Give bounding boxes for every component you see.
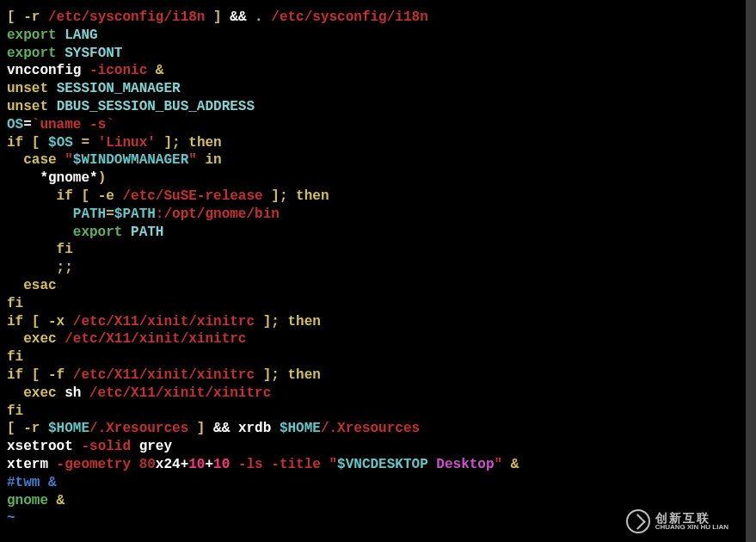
code-line-7: if [ $OS = 'Linux' ]; then	[7, 134, 739, 152]
code-token: 80	[139, 457, 156, 472]
code-token	[147, 63, 156, 78]
code-token	[7, 206, 73, 222]
code-token: [ -f	[32, 367, 65, 383]
code-token	[122, 225, 131, 240]
code-token: )	[98, 170, 107, 186]
code-token	[7, 278, 23, 293]
code-token: ]	[213, 9, 222, 25]
code-token	[57, 28, 65, 43]
code-token: unset	[7, 99, 48, 114]
code-token: [	[32, 135, 40, 151]
code-line-25: xterm -geometry 80x24+10+10 -ls -title "…	[7, 456, 739, 474]
code-editor[interactable]: [ -r /etc/sysconfig/i18n ] && . /etc/sys…	[7, 9, 739, 527]
code-token: "	[65, 152, 73, 168]
code-token: export	[7, 46, 57, 61]
code-token: && xrdb	[205, 421, 279, 436]
code-line-5: unset DBUS_SESSION_BUS_ADDRESS	[7, 98, 739, 116]
code-token: then	[188, 135, 221, 151]
code-token: DBUS_SESSION_BUS_ADDRESS	[57, 99, 255, 114]
code-token	[65, 314, 73, 330]
code-line-15: esac	[7, 277, 739, 295]
code-line-1: export LANG	[7, 27, 739, 45]
code-line-10: if [ -e /etc/SuSE-release ]; then	[7, 188, 739, 206]
code-token: -ls -title	[238, 457, 321, 472]
code-token: -iconic	[89, 63, 147, 78]
code-token	[40, 9, 48, 25]
code-token: 10	[188, 457, 205, 472]
code-token	[73, 188, 82, 204]
code-token: x24+	[156, 457, 188, 472]
code-token: fi	[7, 296, 23, 311]
code-token	[7, 331, 23, 347]
code-token	[255, 314, 263, 330]
code-token: if	[7, 135, 23, 151]
code-token	[7, 385, 23, 401]
code-token: unset	[7, 81, 48, 96]
code-token	[263, 188, 272, 204]
code-token: /etc/sysconfig/i18n	[271, 9, 427, 25]
code-token	[7, 188, 57, 204]
code-line-20: if [ -f /etc/X11/xinit/xinitrc ]; then	[7, 366, 739, 385]
code-token: esac	[23, 278, 56, 293]
code-token: "	[329, 457, 338, 472]
code-token	[7, 152, 23, 168]
code-token: ~	[7, 510, 15, 526]
code-token: OS	[7, 117, 23, 132]
code-token: *gnome*	[7, 170, 98, 186]
code-token: export	[73, 225, 123, 240]
code-token: [ -e	[81, 188, 114, 204]
code-line-23: [ -r $HOME/.Xresources ] && xrdb $HOME/.…	[7, 420, 739, 438]
code-token	[156, 135, 164, 151]
code-line-12: export PATH	[7, 224, 739, 242]
watermark-en: CHUANG XIN HU LIAN	[655, 524, 728, 531]
code-token: 'Linux'	[98, 135, 156, 151]
code-token: /etc/X11/xinit/xinitrc	[73, 314, 255, 330]
code-token	[89, 135, 98, 151]
code-token: $HOME	[280, 421, 321, 436]
code-token	[23, 367, 32, 383]
code-token: $HOME	[48, 421, 89, 436]
code-token: 10	[213, 457, 230, 472]
code-line-24: xsetroot -solid grey	[7, 438, 739, 456]
code-token: exec	[23, 385, 56, 401]
code-token	[57, 331, 65, 347]
code-token: export	[7, 28, 57, 43]
code-token	[7, 242, 57, 257]
code-token	[48, 81, 57, 96]
code-token: in	[205, 152, 221, 168]
code-token: case	[23, 152, 56, 168]
code-line-17: if [ -x /etc/X11/xinit/xinitrc ]; then	[7, 313, 739, 331]
code-token: "	[188, 152, 197, 168]
code-token	[7, 260, 57, 275]
watermark-text: 创新互联 CHUANG XIN HU LIAN	[655, 512, 728, 531]
code-token	[502, 457, 511, 472]
code-token	[23, 135, 32, 151]
code-token: #twm &	[7, 475, 57, 490]
code-token: .	[255, 9, 263, 25]
code-token: xsetroot	[7, 439, 81, 454]
code-token: [ -x	[32, 314, 65, 330]
code-token: ];	[271, 188, 287, 204]
code-token: /etc/X11/xinit/xinitrc	[89, 385, 271, 401]
code-line-14: ;;	[7, 259, 739, 277]
code-token: PATH	[73, 206, 106, 222]
watermark-cn: 创新互联	[655, 512, 728, 524]
code-token: ;;	[57, 260, 73, 275]
code-token	[57, 152, 65, 168]
code-line-26: #twm &	[7, 474, 739, 492]
code-token: exec	[23, 331, 56, 347]
code-token: if	[57, 188, 73, 204]
code-token: /.Xresources	[89, 421, 188, 436]
code-token	[40, 135, 48, 151]
code-token: "	[495, 457, 503, 472]
code-token	[287, 188, 296, 204]
code-token: sh	[57, 385, 89, 401]
code-token: then	[296, 188, 329, 204]
code-token: $OS	[48, 135, 73, 151]
code-token: &	[57, 493, 65, 508]
code-token: fi	[7, 403, 23, 419]
code-token: =	[23, 117, 32, 132]
code-line-22: fi	[7, 403, 739, 421]
code-token: Desktop	[436, 457, 494, 472]
code-line-27: gnome &	[7, 492, 739, 510]
